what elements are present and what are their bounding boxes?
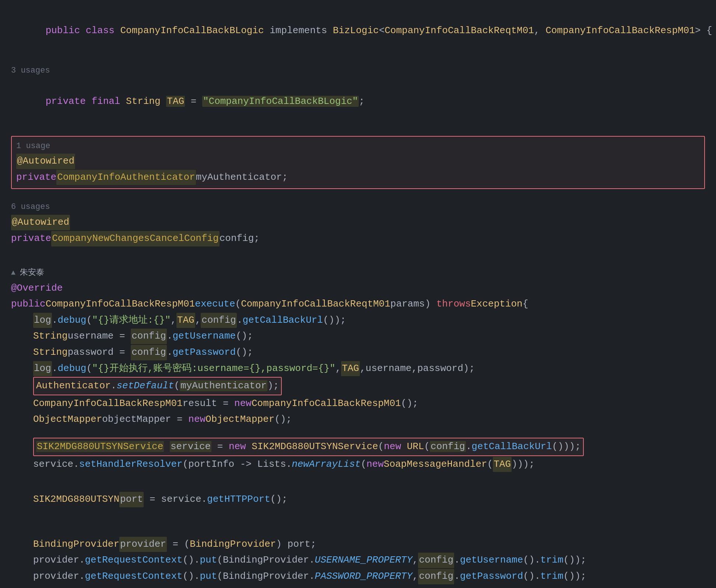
code-editor: public class CompanyInfoCallBackBLogic i… <box>0 0 716 588</box>
log-debug-1-line: log.debug("{}请求地址:{}",TAG,config.getCall… <box>11 312 705 329</box>
username-line: String username = config.getUsername(); <box>11 328 705 344</box>
authenticator-setdefault-line: Authenticator.setDefault(myAuthenticator… <box>11 377 705 396</box>
binding-provider-line: BindingProvider provider = (BindingProvi… <box>11 536 705 553</box>
override-annotation: @Override <box>11 280 705 297</box>
class-declaration-line: public class CompanyInfoCallBackBLogic i… <box>11 7 705 54</box>
service-highlight: SIK2MDG880UTSYNService service = new SIK… <box>33 438 584 456</box>
provider-username-line: provider.getRequestContext().put(Binding… <box>11 552 705 568</box>
execute-method-line: public CompanyInfoCallBackRespM01 execut… <box>11 296 705 312</box>
author-line: ▲ 朱安泰 <box>11 266 705 280</box>
autowired-annotation-1: @Autowired <box>16 153 700 169</box>
port-line: SIK2MDG880UTSYN port = service.getHTTPPo… <box>11 491 705 508</box>
provider-password-line: provider.getRequestContext().put(Binding… <box>11 568 705 585</box>
service-handler-line: service.setHandlerResolver(portInfo -> L… <box>11 456 705 473</box>
autowired-annotation-2: @Autowired <box>11 214 705 231</box>
autowired-authenticator-box: 1 usage @Autowired private CompanyInfoAu… <box>11 136 705 189</box>
service-init-line: SIK2MDG880UTSYNService service = new SIK… <box>11 437 705 456</box>
authenticator-field-line: private CompanyInfoAuthenticator myAuthe… <box>16 169 700 186</box>
object-mapper-line: ObjectMapper objectMapper = new ObjectMa… <box>11 412 705 428</box>
result-line: CompanyInfoCallBackRespM01 result = new … <box>11 396 705 412</box>
config-field-line: private CompanyNewChangesCancelConfig co… <box>11 231 705 247</box>
tag-field-line: private final String TAG = "CompanyInfoC… <box>11 78 705 125</box>
log-debug-2-line: log.debug("{}开始执行,账号密码:username={},passw… <box>11 361 705 377</box>
usages-3-hint: 3 usages <box>11 64 705 77</box>
usages-6-hint: 6 usages <box>11 200 705 214</box>
usages-1-hint: 1 usage <box>16 140 700 153</box>
authenticator-highlight: Authenticator.setDefault(myAuthenticator… <box>33 377 282 395</box>
password-line: String password = config.getPassword(); <box>11 344 705 361</box>
